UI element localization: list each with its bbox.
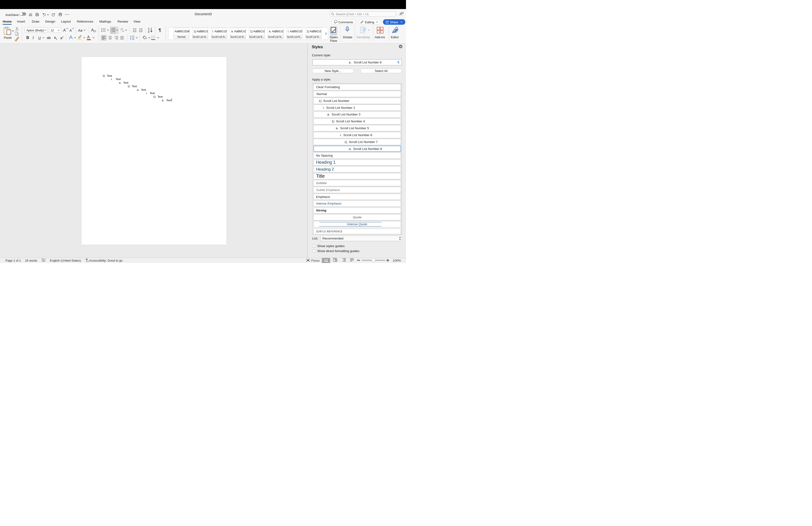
svg-text:1: 1: [111, 29, 111, 30]
svg-text:1: 1: [120, 29, 121, 30]
svg-text:a: a: [121, 30, 121, 31]
svg-text:A: A: [148, 27, 150, 30]
svg-text:Z: Z: [148, 30, 149, 33]
svg-text:2: 2: [111, 30, 111, 31]
svg-text:i: i: [121, 31, 121, 32]
svg-text:3: 3: [111, 31, 111, 32]
